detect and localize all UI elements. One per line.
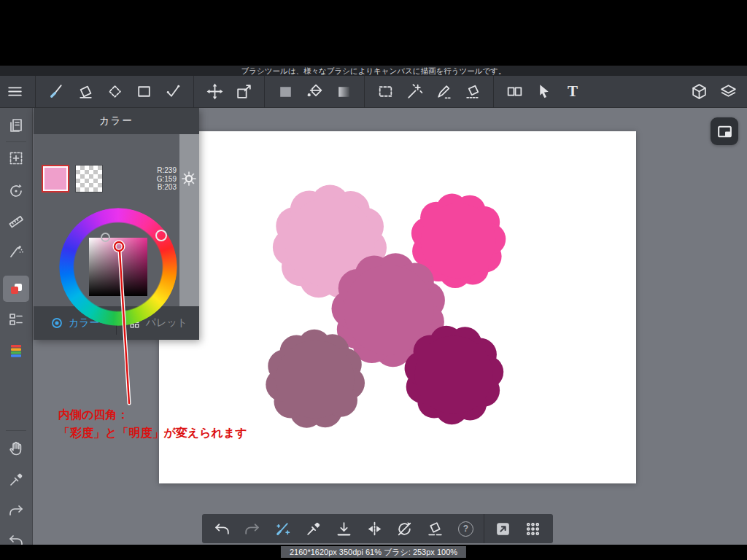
open-window-icon (494, 520, 512, 538)
flip-horizontal-button[interactable] (362, 516, 387, 541)
magic-wand-tool-button[interactable] (400, 77, 429, 106)
layers-button[interactable] (713, 77, 743, 106)
sidebar-item-layer-list[interactable] (7, 310, 26, 329)
menu-button[interactable] (0, 77, 29, 106)
undo-button[interactable] (209, 516, 234, 541)
sidebar-item-select-transform[interactable] (7, 149, 26, 168)
help-button[interactable]: ? (454, 516, 479, 541)
sidebar-item-ruler[interactable] (7, 212, 26, 231)
sv-cursor[interactable] (101, 233, 110, 242)
tab-palette-label: パレット (146, 316, 187, 330)
annotation-text: 内側の四角： 「彩度」と「明度」が変えられます (58, 405, 247, 442)
hue-cursor[interactable] (155, 230, 167, 241)
toolbar-separator (35, 76, 36, 108)
magic-wand-icon (406, 82, 424, 101)
color-panel-side-strip (179, 134, 199, 306)
brush-icon (47, 82, 66, 101)
gear-icon (180, 170, 198, 187)
color-panel: カラー R:239 G:159 B:203 (34, 108, 199, 340)
select-transform-icon (7, 149, 25, 167)
eraser-tool-button[interactable] (71, 77, 100, 106)
ruler-icon (7, 213, 25, 230)
rgb-g-value: G:159 (107, 175, 177, 184)
rgb-readout: R:239 G:159 B:203 (107, 166, 177, 192)
help-icon: ? (458, 521, 473, 537)
rgb-r-value: R:239 (107, 166, 177, 175)
saturation-value-square[interactable] (89, 238, 147, 296)
select-eraser-tool-button[interactable] (458, 77, 487, 106)
annotation-line2: 「彩度」と「明度」が変えられます (58, 424, 247, 442)
airbrush-icon (7, 242, 25, 260)
paint-bucket-icon (306, 82, 324, 101)
select-rect-tool-button[interactable] (371, 77, 400, 106)
eyedropper-button[interactable] (301, 516, 325, 541)
move-tool-button[interactable] (200, 77, 229, 106)
text-tool-button[interactable]: T (558, 77, 587, 106)
rotate-canvas-icon (7, 182, 25, 200)
color-panel-title: カラー (34, 108, 199, 134)
dot-grid-button[interactable] (521, 516, 546, 541)
left-sidebar (0, 108, 33, 545)
sidebar-item-redo[interactable] (7, 501, 26, 520)
sidebar-item-airbrush[interactable] (7, 241, 26, 260)
sidebar-item-material-palette[interactable] (7, 341, 26, 360)
brush-tool-button[interactable] (42, 77, 71, 106)
fill-color-swatch-button[interactable] (271, 77, 300, 106)
split-view-icon (506, 82, 524, 101)
clear-button[interactable] (423, 516, 448, 541)
sidebar-item-eyedropper[interactable] (7, 470, 26, 489)
status-bar: 2160*1620px 350dpi 61% ブラシ: 253px 100% (281, 546, 466, 558)
select-rectangle-icon (376, 82, 395, 101)
smoothing-brush-icon (274, 520, 292, 538)
top-toolbar: T (0, 76, 747, 108)
text-tool-icon: T (568, 84, 578, 99)
transform-tool-button[interactable] (229, 77, 258, 106)
redo-arrow-icon (7, 502, 25, 519)
toolbar-separator (364, 76, 365, 108)
bottom-toolbar-separator (484, 514, 484, 543)
rotate-lock-button[interactable] (392, 516, 417, 541)
bottom-toolbar: ? (202, 514, 553, 543)
polyline-tool-button[interactable] (158, 77, 187, 106)
menu-icon (6, 82, 24, 101)
transparent-color-swatch[interactable] (75, 165, 103, 192)
select-eraser-icon (464, 82, 482, 101)
polyline-icon (164, 82, 182, 101)
pages-icon (7, 117, 25, 134)
split-view-button[interactable] (500, 77, 529, 106)
navigator-button[interactable] (711, 117, 738, 145)
select-cursor-tool-button[interactable] (529, 77, 558, 106)
sidebar-item-undo[interactable] (7, 531, 26, 545)
magic-eraser-tool-button[interactable] (100, 77, 129, 106)
redo-button[interactable] (240, 516, 265, 541)
magic-eraser-icon (106, 82, 124, 101)
paint-bucket-tool-button[interactable] (300, 77, 329, 106)
sidebar-item-pages[interactable] (7, 116, 26, 135)
undo-icon (213, 520, 231, 538)
gradient-icon (335, 82, 353, 101)
eraser-icon (77, 82, 95, 101)
save-button[interactable] (331, 516, 356, 541)
smoothing-brush-button[interactable] (271, 516, 295, 541)
shape-tool-button[interactable] (129, 77, 158, 106)
select-pen-tool-button[interactable] (429, 77, 458, 106)
sidebar-divider (6, 141, 26, 142)
workspace: カラー R:239 G:159 B:203 (0, 108, 747, 545)
sidebar-item-color-tool[interactable] (7, 279, 26, 298)
flip-horizontal-icon (365, 520, 384, 538)
open-window-button[interactable] (490, 516, 515, 541)
tooltip-bar: ブラシツールは、様々なブラシによりキャンバスに描画を行うツールです。 (0, 66, 747, 76)
color-settings-button[interactable] (180, 170, 198, 187)
gradient-tool-button[interactable] (329, 77, 358, 106)
sidebar-item-rotate-canvas[interactable] (7, 182, 26, 201)
materials-button[interactable] (684, 77, 713, 106)
cursor-icon (535, 82, 553, 101)
material-palette-icon (7, 342, 25, 359)
dot-grid-icon (524, 520, 542, 538)
solid-swatch-icon (276, 82, 295, 101)
sidebar-item-hand[interactable] (7, 439, 26, 458)
sidebar-divider (6, 430, 26, 431)
eyedropper-icon (7, 471, 25, 489)
download-icon (335, 520, 353, 538)
current-color-swatch[interactable] (42, 165, 69, 192)
